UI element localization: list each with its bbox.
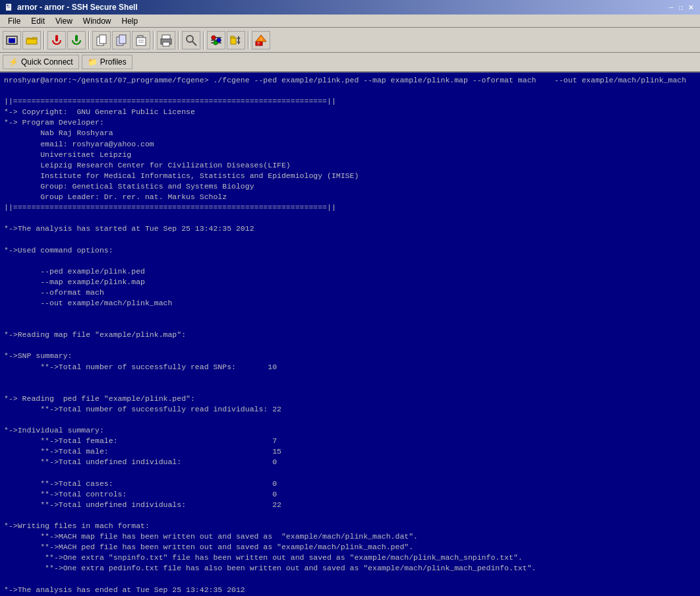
terminal[interactable]: nroshyar@arnor:~/genstat/07_programme/fc… (0, 73, 700, 596)
settings1-button[interactable] (207, 31, 225, 49)
svg-marker-29 (237, 36, 241, 39)
window-maximize[interactable]: □ (679, 4, 683, 11)
title-bar-icon: 🖥 (4, 2, 13, 13)
sep4 (178, 31, 179, 49)
profiles-icon: 📁 (88, 57, 98, 67)
sep3 (153, 31, 154, 49)
menu-help[interactable]: Help (117, 15, 144, 27)
toolbar-copy2[interactable] (112, 31, 131, 49)
menu-bar: File Edit View Window Help (0, 15, 700, 28)
sftp-button[interactable] (227, 31, 245, 49)
svg-rect-17 (163, 42, 169, 46)
svg-point-18 (187, 36, 193, 42)
svg-rect-10 (119, 35, 126, 44)
svg-text:?: ? (257, 42, 260, 46)
profiles-label: Profiles (100, 57, 127, 67)
title-bar-text: arnor - arnor - SSH Secure Shell (17, 3, 138, 12)
svg-marker-30 (237, 42, 241, 44)
reconnect-button[interactable] (67, 31, 86, 49)
svg-point-21 (212, 36, 216, 40)
print-button[interactable] (157, 31, 175, 49)
window-minimize[interactable]: ─ (669, 4, 674, 11)
svg-rect-27 (231, 36, 234, 38)
svg-rect-12 (136, 38, 146, 45)
search-button[interactable] (182, 31, 200, 49)
toolbar-paste[interactable] (132, 31, 150, 49)
title-bar: 🖥 arnor - arnor - SSH Secure Shell ─ □ ✕ (0, 0, 700, 15)
svg-rect-8 (100, 35, 106, 44)
svg-rect-6 (75, 35, 78, 42)
menu-window[interactable]: Window (78, 15, 117, 27)
svg-line-19 (192, 42, 196, 45)
quick-connect-label: Quick Connect (21, 57, 73, 67)
new-connection-button[interactable] (3, 31, 21, 49)
quick-connect-icon: ⚡ (9, 57, 18, 67)
quick-connect-button[interactable]: ⚡ Quick Connect (3, 55, 79, 69)
window-close[interactable]: ✕ (688, 4, 693, 11)
quickbar: ⚡ Quick Connect 📁 Profiles (0, 53, 700, 73)
menu-view[interactable]: View (50, 15, 78, 27)
svg-rect-1 (9, 38, 15, 43)
svg-point-25 (214, 41, 218, 45)
toolbar-copy1[interactable] (92, 31, 111, 49)
menu-file[interactable]: File (3, 15, 26, 27)
profiles-button[interactable]: 📁 Profiles (82, 55, 132, 69)
sep6 (248, 31, 249, 49)
sep1 (44, 31, 45, 49)
toolbar: ? ! (0, 28, 700, 53)
sep2 (88, 31, 90, 49)
disconnect-button[interactable] (47, 31, 66, 49)
svg-text:!: ! (260, 36, 262, 42)
sep5 (203, 31, 204, 49)
help-button[interactable]: ? ! (252, 31, 270, 49)
svg-rect-2 (10, 43, 14, 44)
svg-rect-5 (55, 35, 58, 42)
menu-edit[interactable]: Edit (26, 15, 50, 27)
open-button[interactable] (22, 31, 41, 49)
svg-rect-3 (9, 44, 15, 45)
